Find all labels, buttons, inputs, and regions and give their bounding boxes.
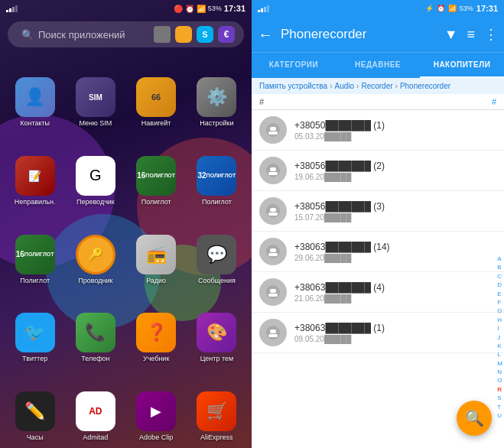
toolbar-title: Phonerecorder [281, 27, 444, 42]
twitter-icon: 🐦 [15, 313, 55, 352]
alpha-K[interactable]: K [497, 342, 502, 350]
alpha-L[interactable]: L [497, 351, 502, 359]
app-radio[interactable]: 📻 Радио [128, 213, 185, 288]
app-twitter[interactable]: 🐦 Твиттер [6, 291, 63, 366]
tab-storage[interactable]: НАКОПИТЕЛИ [420, 53, 504, 78]
search-bar[interactable]: 🔍 Поиск приложений S € [8, 21, 244, 47]
file-avatar-0 [259, 116, 287, 144]
admitad-label: Admitad [83, 433, 108, 442]
app-polyglot3[interactable]: 16ПОЛИГЛОТ Полиглот [6, 213, 63, 288]
file-info-3: +38063███████ (14) 29.06.20█████ [294, 242, 496, 262]
euro-icon[interactable]: € [218, 26, 235, 43]
app-polyglot-green[interactable]: 16ПОЛИГЛОТ Полиглот [128, 134, 185, 209]
file-item-0[interactable]: +38050███████ (1) 05.03.20█████ [252, 110, 504, 151]
alpha-O[interactable]: O [497, 377, 502, 385]
signal-bars-right [258, 5, 269, 12]
battery-level: 53% [208, 5, 222, 12]
tab-recent[interactable]: НЕДАВНЕЕ [336, 53, 420, 78]
alpha-J[interactable]: J [497, 334, 502, 342]
svg-rect-10 [270, 248, 276, 252]
file-name-2: +38056███████ (3) [294, 201, 496, 212]
adobe-clip-icon: ▶ [136, 391, 176, 431]
app-neprav[interactable]: 📝 Неправильн. [6, 134, 63, 209]
tab-categories[interactable]: КАТЕГОРИИ [252, 53, 336, 78]
file-item-5[interactable]: +38063███████ (1) 09.05.20█████ [252, 313, 504, 353]
more-icon[interactable]: ⋮ [484, 26, 498, 43]
bar4 [15, 5, 18, 12]
alpha-N[interactable]: N [497, 368, 502, 376]
alpha-B[interactable]: B [497, 264, 502, 271]
polyglot1-icon: 16ПОЛИГЛОТ [136, 156, 176, 196]
search-bar-icons: S € [154, 26, 235, 43]
alpha-H[interactable]: H [497, 317, 502, 324]
app-adobe-clip[interactable]: ▶ Adobe Clip [128, 369, 185, 445]
polyglot3-icon: 16ПОЛИГЛОТ [15, 235, 55, 274]
alpha-D[interactable]: D [497, 281, 502, 289]
alpha-G[interactable]: G [497, 307, 502, 315]
grid-icon[interactable] [154, 26, 171, 43]
app-icon-1[interactable] [175, 26, 192, 43]
app-admitad[interactable]: AD Admitad [67, 369, 124, 445]
toolbar: ← Phonerecorder ▼ ≡ ⋮ [252, 17, 504, 52]
app-settings[interactable]: ⚙️ Настройки [188, 55, 245, 131]
filter-icon[interactable]: ▼ [444, 27, 458, 43]
app-watch[interactable]: ✏️ Часы [6, 369, 63, 445]
neprav-icon: 📝 [15, 156, 55, 196]
alpha-E[interactable]: E [497, 291, 502, 298]
polyglot3-label: Полиглот [20, 277, 50, 285]
sep3: › [395, 82, 398, 90]
file-info-0: +38050███████ (1) 05.03.20█████ [294, 120, 496, 141]
alpha-T[interactable]: T [497, 404, 502, 411]
battery-right: 53% [460, 5, 473, 12]
polyglot1-label: Полиглот [141, 198, 171, 206]
messages-label: Сообщения [198, 277, 236, 285]
app-polyglot-blue[interactable]: 32ПОЛИГЛОТ Полиглот [188, 134, 245, 209]
signal-area-right [258, 5, 269, 12]
alpha-F[interactable]: F [497, 299, 502, 307]
app-messages[interactable]: 💬 Сообщения [188, 213, 245, 288]
file-item-4[interactable]: +38063███████ (4) 21.06.20█████ [252, 272, 504, 313]
app-explorer[interactable]: 🔑 Проводник [67, 213, 124, 288]
themes-icon: 🎨 [197, 313, 236, 352]
app-sim-menu[interactable]: SIM Меню SIM [67, 55, 124, 131]
right-panel: ⚡ ⏰ 📶 53% 17:31 ← Phonerecorder ▼ ≡ ⋮ КА… [252, 0, 504, 448]
status-bar-right: ⚡ ⏰ 📶 53% 17:31 [252, 0, 504, 17]
sim-label: Меню SIM [79, 119, 112, 128]
skype-icon[interactable]: S [197, 26, 213, 43]
svg-rect-14 [268, 294, 278, 297]
file-item-1[interactable]: +38056███████ (2) 19.06.20█████ [252, 151, 504, 191]
file-item-3[interactable]: +38063███████ (14) 29.06.20█████ [252, 232, 504, 272]
svg-rect-4 [270, 167, 276, 171]
signal-area [6, 5, 18, 12]
app-aliexpress[interactable]: 🛒 AliExpress [188, 369, 245, 445]
bluetooth-icon-right: ⚡ [425, 5, 434, 12]
twitter-label: Твиттер [22, 355, 47, 363]
status-bar-left: 🔴 ⏰ 📶 53% 17:31 [0, 0, 252, 17]
radio-label: Радио [146, 277, 166, 285]
alpha-U[interactable]: U [497, 412, 502, 420]
app-navigator[interactable]: 66 Навигейт [128, 55, 185, 131]
svg-rect-1 [270, 127, 276, 131]
app-translate[interactable]: G Переводчик [67, 134, 124, 209]
breadcrumb-memory[interactable]: Память устройства [259, 82, 327, 90]
alpha-I[interactable]: I [497, 325, 502, 333]
breadcrumb-phonerecorder[interactable]: Phonerecorder [400, 82, 450, 90]
app-phone[interactable]: 📞 Телефон [67, 291, 124, 366]
alpha-M[interactable]: M [497, 360, 502, 368]
file-item-2[interactable]: +38056███████ (3) 15.07.20█████ [252, 191, 504, 232]
alpha-S[interactable]: S [497, 394, 502, 402]
alpha-C[interactable]: C [497, 273, 502, 281]
back-button[interactable]: ← [258, 26, 273, 44]
alpha-R[interactable]: R [497, 386, 502, 394]
translate-icon: G [76, 156, 115, 196]
breadcrumb-audio[interactable]: Audio [334, 82, 354, 90]
search-fab[interactable]: 🔍 [457, 401, 492, 436]
app-themes[interactable]: 🎨 Центр тем [188, 291, 245, 366]
sort-icon[interactable]: ≡ [467, 27, 475, 43]
app-contacts[interactable]: 👤 Контакты [6, 55, 63, 131]
app-teacher[interactable]: ❓ Учебник [128, 291, 185, 366]
alpha-A[interactable]: A [497, 255, 502, 263]
file-date-3: 29.06.20█████ [294, 254, 496, 262]
svg-rect-11 [268, 253, 278, 256]
breadcrumb-recorder[interactable]: Recorder [361, 82, 392, 90]
